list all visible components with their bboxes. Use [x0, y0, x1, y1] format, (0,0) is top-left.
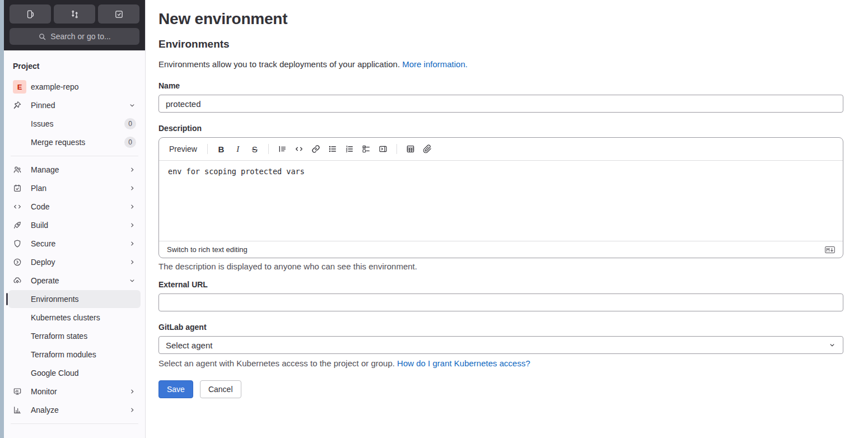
- sidebar-item-issues[interactable]: Issues 0: [8, 115, 141, 133]
- sidebar-item-secure[interactable]: Secure: [8, 235, 141, 253]
- intro-text-body: Environments allow you to track deployme…: [158, 59, 400, 69]
- markdown-icon: [825, 246, 835, 254]
- chevron-right-icon: [128, 258, 136, 266]
- sidebar-item-analyze[interactable]: Analyze: [8, 401, 141, 419]
- search-icon: [38, 32, 46, 41]
- name-input[interactable]: [158, 95, 843, 113]
- search-input[interactable]: Search or go to...: [10, 28, 139, 45]
- merge-requests-count-badge: 0: [124, 137, 136, 148]
- quote-button[interactable]: [274, 141, 290, 157]
- deploy-icon: [13, 258, 26, 267]
- chevron-right-icon: [128, 184, 136, 192]
- description-label: Description: [158, 124, 843, 133]
- monitor-icon: [13, 387, 26, 396]
- google-cloud-label: Google Cloud: [13, 369, 136, 378]
- toolbar-divider: [268, 144, 269, 154]
- sidebar-item-plan[interactable]: Plan: [8, 179, 141, 197]
- rocket-icon: [13, 221, 26, 230]
- external-url-input[interactable]: [158, 293, 843, 311]
- link-button[interactable]: [308, 141, 324, 157]
- todo-shortcut-button[interactable]: [98, 4, 139, 24]
- markdown-editor: Preview B I S: [158, 137, 843, 258]
- sidebar-menu: Project E example-repo Pinned Issues 0 M…: [4, 50, 145, 438]
- attach-file-button[interactable]: [419, 141, 435, 157]
- preview-button[interactable]: Preview: [165, 141, 202, 157]
- link-icon: [311, 145, 320, 153]
- italic-button[interactable]: I: [230, 141, 246, 157]
- pin-icon: [13, 101, 26, 110]
- project-avatar: E: [13, 80, 26, 94]
- code-icon: [295, 145, 304, 153]
- window-edge: [0, 0, 4, 438]
- sidebar-item-deploy[interactable]: Deploy: [8, 253, 141, 271]
- issues-shortcut-button[interactable]: [10, 4, 51, 24]
- toolbar-divider: [396, 144, 397, 154]
- toolbar-divider: [207, 144, 208, 154]
- plan-label: Plan: [26, 184, 128, 193]
- shield-icon: [13, 239, 26, 248]
- monitor-label: Monitor: [26, 387, 128, 396]
- sidebar-item-pinned[interactable]: Pinned: [8, 96, 141, 114]
- code-button[interactable]: [291, 141, 307, 157]
- issues-count-badge: 0: [124, 118, 136, 129]
- deploy-label: Deploy: [26, 258, 128, 267]
- operate-label: Operate: [26, 276, 128, 285]
- issues-label: Issues: [13, 119, 124, 128]
- task-list-button[interactable]: [358, 141, 374, 157]
- numbered-list-button[interactable]: [342, 141, 357, 157]
- chevron-right-icon: [128, 221, 136, 229]
- chevron-down-icon: [128, 101, 136, 109]
- markdown-editor-footer: Switch to rich text editing: [159, 241, 843, 258]
- chart-icon: [13, 406, 26, 414]
- italic-icon: I: [236, 145, 239, 154]
- strikethrough-button[interactable]: S: [247, 141, 263, 157]
- sidebar-item-monitor[interactable]: Monitor: [8, 383, 141, 400]
- users-icon: [13, 165, 26, 174]
- gitlab-agent-label: GitLab agent: [158, 323, 843, 332]
- sidebar-section-label: Project: [4, 56, 145, 77]
- sidebar-item-project[interactable]: E example-repo: [8, 78, 141, 96]
- kubernetes-clusters-label: Kubernetes clusters: [13, 313, 136, 322]
- bold-button[interactable]: B: [213, 141, 229, 157]
- sidebar-item-operate[interactable]: Operate: [8, 272, 141, 290]
- bullet-list-icon: [328, 145, 337, 153]
- agent-help-body: Select an agent with Kubernetes access t…: [158, 358, 395, 368]
- cloud-gear-icon: [13, 276, 26, 285]
- sidebar-item-google-cloud[interactable]: Google Cloud: [8, 364, 141, 382]
- agent-select[interactable]: Select agent: [158, 336, 843, 354]
- paperclip-icon: [423, 145, 432, 153]
- description-help-text: The description is displayed to anyone w…: [158, 262, 843, 271]
- description-textarea[interactable]: env for scoping protected vars: [159, 161, 843, 241]
- merge-requests-shortcut-button[interactable]: [54, 4, 95, 24]
- sidebar-item-build[interactable]: Build: [8, 216, 141, 234]
- sidebar-item-manage[interactable]: Manage: [8, 161, 141, 179]
- chevron-right-icon: [128, 406, 136, 414]
- code-icon: [13, 202, 26, 211]
- intro-text: Environments allow you to track deployme…: [158, 59, 843, 69]
- environments-label: Environments: [13, 295, 136, 304]
- switch-rich-text-link[interactable]: Switch to rich text editing: [167, 245, 248, 254]
- save-button[interactable]: Save: [158, 380, 193, 398]
- kubernetes-access-link[interactable]: How do I grant Kubernetes access?: [397, 358, 530, 368]
- build-label: Build: [26, 221, 128, 230]
- sidebar-item-environments[interactable]: Environments: [8, 290, 141, 308]
- sidebar-item-code[interactable]: Code: [8, 198, 141, 216]
- terraform-modules-label: Terraform modules: [13, 350, 136, 359]
- sidebar-item-terraform-modules[interactable]: Terraform modules: [8, 346, 141, 364]
- markdown-toolbar: Preview B I S: [159, 138, 843, 161]
- table-button[interactable]: [403, 141, 418, 157]
- bullet-list-button[interactable]: [325, 141, 340, 157]
- issues-icon: [26, 10, 35, 19]
- terraform-states-label: Terraform states: [13, 332, 136, 341]
- more-information-link[interactable]: More information.: [402, 59, 468, 69]
- chevron-right-icon: [128, 166, 136, 174]
- collapsible-section-button[interactable]: [375, 141, 391, 157]
- form-actions: Save Cancel: [158, 380, 843, 398]
- sidebar-item-terraform-states[interactable]: Terraform states: [8, 327, 141, 345]
- chevron-down-icon: [128, 277, 136, 285]
- cancel-button[interactable]: Cancel: [200, 380, 241, 398]
- chevron-right-icon: [128, 203, 136, 211]
- sidebar-item-merge-requests[interactable]: Merge requests 0: [8, 133, 141, 151]
- sidebar-item-kubernetes-clusters[interactable]: Kubernetes clusters: [8, 309, 141, 327]
- code-label: Code: [26, 202, 128, 211]
